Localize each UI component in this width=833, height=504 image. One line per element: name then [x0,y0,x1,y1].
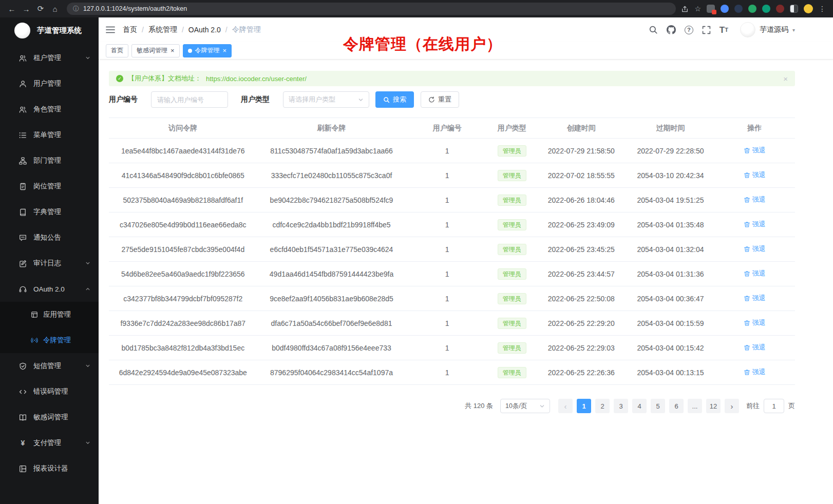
github-icon[interactable] [667,25,676,34]
sidebar-menu: 租户管理 用户管理 角色管理 菜单管理 部门管理 [0,43,99,504]
table-header-row: 访问令牌 刷新令牌 用户编号 用户类型 创建时间 过期时间 操作 [109,118,795,139]
force-logout-button[interactable]: 强退 [744,244,766,254]
browser-back-icon[interactable]: ← [5,2,18,15]
share-icon[interactable] [681,5,689,13]
extension-icon-1[interactable] [721,5,729,13]
browser-forward-icon[interactable]: → [20,2,33,15]
actions-cell: 强退 [714,262,795,286]
alert-close-icon[interactable]: × [783,74,788,83]
force-logout-button[interactable]: 强退 [744,220,766,229]
force-logout-button[interactable]: 强退 [744,343,766,352]
browser-home-icon[interactable]: ⌂ [48,2,62,15]
tab-home[interactable]: 首页 [106,44,128,57]
sidebar-item-app-management[interactable]: 应用管理 [0,302,99,327]
dark-mode-extension-icon[interactable] [790,5,798,13]
sidebar-item-audit-log[interactable]: 审计日志 [0,250,99,276]
user-menu[interactable]: 芋道源码 ▾ [740,22,795,37]
page-info-icon[interactable]: ⓘ [73,5,79,13]
fullscreen-icon[interactable] [702,26,711,34]
access-token-cell: c342377bf8b344799dcbf7bf095287f2 [109,286,257,311]
sidebar-item-token-management[interactable]: 令牌管理 [0,327,99,353]
sidebar-item-tenant-management[interactable]: 租户管理 [0,45,99,71]
sidebar-item-pay-management[interactable]: ¥ 支付管理 [0,430,99,456]
breadcrumb-system[interactable]: 系统管理 [148,25,177,34]
browser-url-bar[interactable]: ⓘ 127.0.0.1:1024/system/oauth2/token [67,3,676,15]
sidebar-item-dict-management[interactable]: 字典管理 [0,199,99,225]
force-logout-button[interactable]: 强退 [744,170,766,180]
extension-icon-4[interactable] [762,5,770,13]
select-chevron-icon [539,403,545,409]
access-token-cell: f9336e7c7dd242a283ee98dc86b17a87 [109,311,257,336]
sidebar-item-user-management[interactable]: 用户管理 [0,71,99,96]
bookmark-star-icon[interactable]: ☆ [694,5,701,13]
expire-time-cell: 2054-03-04 19:51:25 [627,188,714,212]
tab-close-icon[interactable]: × [223,47,227,54]
page-size-select[interactable]: 10条/页 [500,399,550,413]
chevron-down-icon [85,261,90,266]
user-id-cell: 1 [406,336,488,360]
search-button-icon [383,96,390,103]
browser-refresh-icon[interactable]: ⟳ [34,2,47,15]
prev-page-button[interactable]: ‹ [558,399,573,413]
page-button-5[interactable]: 5 [651,399,665,413]
user-type-select[interactable]: 请选择用户类型 [283,91,369,108]
user-id-input[interactable] [151,91,228,108]
force-logout-button[interactable]: 强退 [744,367,766,377]
sidebar-item-error-code-management[interactable]: 错误码管理 [0,379,99,404]
screen: ← → ⟳ ⌂ ⓘ 127.0.0.1:1024/system/oauth2/t… [0,0,833,504]
app-logo[interactable]: 芋道管理系统 [0,17,99,43]
page-ellipsis-button[interactable]: ... [688,399,702,413]
force-logout-button[interactable]: 强退 [744,318,766,327]
active-tab-dot [188,49,192,53]
force-logout-button[interactable]: 强退 [744,294,766,303]
goto-page-input[interactable] [764,399,784,413]
user-id-cell: 1 [406,212,488,237]
extension-icon-5[interactable] [776,5,784,13]
browser-profile-avatar[interactable] [804,4,813,13]
user-type-badge: 管理员 [498,342,526,354]
sidebar-item-role-management[interactable]: 角色管理 [0,96,99,122]
refresh-token-cell: 811c530487574fa0af1a59d3abc1aa66 [257,139,406,163]
page-button-1[interactable]: 1 [577,399,591,413]
sidebar-item-notice-announcement[interactable]: 通知公告 [0,225,99,250]
sidebar-item-oauth2[interactable]: OAuth 2.0 [0,276,99,302]
access-token-cell: 41c41346a548490f9dc8b01c6bfe0865 [109,163,257,188]
force-logout-button[interactable]: 强退 [744,269,766,278]
browser-menu-icon[interactable]: ⋮ [819,5,826,13]
force-logout-button[interactable]: 强退 [744,146,766,155]
sidebar-item-post-management[interactable]: 岗位管理 [0,173,99,199]
page-button-2[interactable]: 2 [595,399,610,413]
page-button-3[interactable]: 3 [614,399,628,413]
page-button-6[interactable]: 6 [669,399,684,413]
sidebar-item-sensitive-word-management[interactable]: 敏感词管理 [0,404,99,430]
page-button-4[interactable]: 4 [632,399,647,413]
tab-sensitive-word[interactable]: 敏感词管理 × [131,44,180,57]
user-id-cell: 1 [406,360,488,385]
sidebar-item-sms-management[interactable]: 短信管理 [0,353,99,379]
create-time-cell: 2022-06-25 22:29:03 [536,336,627,360]
edit-log-icon [19,260,27,267]
sidebar-item-menu-management[interactable]: 菜单管理 [0,122,99,148]
next-page-button[interactable]: › [725,399,739,413]
doc-link[interactable]: https://doc.iocoder.cn/user-center/ [206,75,307,83]
page-button-12[interactable]: 12 [706,399,721,413]
search-button[interactable]: 搜索 [375,91,414,108]
headset-icon [19,285,27,293]
create-time-cell: 2022-06-25 22:26:36 [536,360,627,385]
extensions-icon[interactable] [707,5,715,13]
tab-close-icon[interactable]: × [171,47,175,54]
breadcrumb-oauth2[interactable]: OAuth 2.0 [188,26,221,34]
hamburger-icon[interactable] [106,26,115,34]
sidebar-item-report-designer[interactable]: 报表设计器 [0,456,99,481]
help-icon[interactable]: ? [685,26,693,34]
reset-button[interactable]: 重置 [421,91,459,108]
search-icon[interactable] [649,25,658,34]
font-size-icon[interactable]: TT [720,26,728,34]
breadcrumb-home[interactable]: 首页 [123,25,137,34]
extension-icon-2[interactable] [734,5,743,13]
force-logout-button[interactable]: 强退 [744,195,766,204]
sidebar-item-dept-management[interactable]: 部门管理 [0,148,99,173]
extension-icon-3[interactable] [748,5,756,13]
tab-token-management[interactable]: 令牌管理 × [183,44,232,57]
access-token-cell: 6d842e2924594de9a09e45e087323abe [109,360,257,385]
